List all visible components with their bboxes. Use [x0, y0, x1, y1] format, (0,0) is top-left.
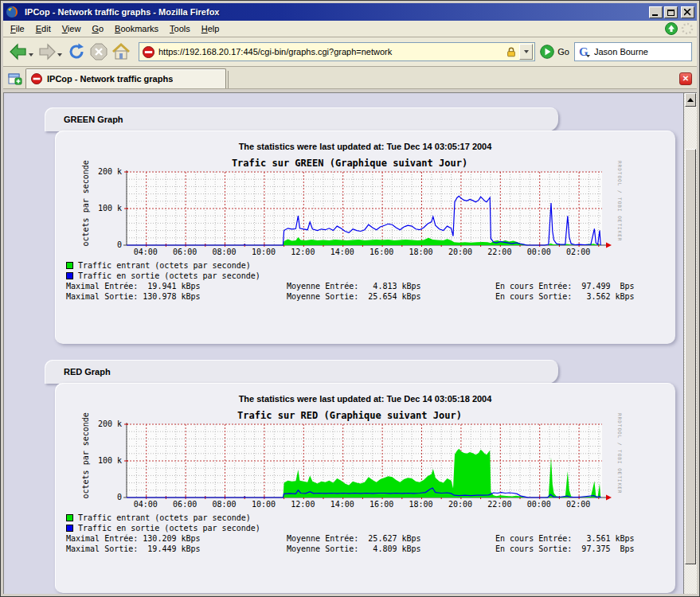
x-tick-label: 10:00	[252, 500, 276, 509]
x-tick-label: 22:00	[487, 500, 511, 509]
x-tick-label: 06:00	[173, 248, 197, 256]
red-graph-title: Trafic sur RED (Graphique suivant Jour)	[79, 410, 620, 421]
stat-encours-entree: En cours Entrée: 3.561 kBps	[495, 534, 635, 544]
x-tick-label: 16:00	[370, 500, 393, 509]
menu-bar: File Edit View Go Bookmarks Tools Help	[3, 21, 697, 37]
x-tick-label: 00:00	[527, 500, 551, 509]
vertical-scrollbar[interactable]	[683, 93, 697, 594]
minimize-button[interactable]	[649, 6, 663, 18]
tab-bar: IPCop - Network traffic graphs ✕	[3, 67, 697, 89]
legend-label: Traffic entrant (octets par seconde)	[78, 513, 251, 522]
go-button[interactable]: Go	[540, 45, 569, 59]
x-tick-label: 14:00	[330, 248, 354, 256]
x-tick-label: 14:00	[330, 500, 354, 509]
minimize-icon	[652, 9, 659, 16]
x-tick-label: 12:00	[291, 248, 315, 256]
stat-moyenne-entree: Moyenne Entrée: 25.627 kBps	[287, 534, 495, 544]
y-tick-label: 0	[117, 493, 122, 501]
reload-button[interactable]	[65, 41, 88, 63]
x-tick-label: 16:00	[370, 248, 393, 256]
green-y-ticks: 0100 k200 k	[92, 172, 127, 245]
x-tick-label: 00:00	[527, 248, 551, 256]
red-panel-body: The statistics were last updated at: Tue…	[55, 383, 675, 593]
menu-view[interactable]: View	[57, 21, 87, 36]
x-tick-label: 10:00	[252, 248, 276, 256]
red-graph-image: Trafic sur RED (Graphique suivant Jour) …	[79, 410, 675, 509]
url-text[interactable]: https://192.168.20.17:445/cgi-bin/graphs…	[158, 47, 506, 57]
back-dropdown[interactable]	[29, 53, 33, 57]
update-notification-icon[interactable]	[665, 22, 678, 35]
x-tick-label: 08:00	[213, 248, 237, 256]
y-tick-label: 100 k	[98, 456, 122, 465]
tab-label: IPCop - Network traffic graphs	[47, 74, 173, 84]
stat-encours-sortie: En cours Sortie: 97.375 Bps	[495, 544, 635, 555]
search-input[interactable]: Jason Bourne	[594, 47, 648, 57]
maximize-button[interactable]	[664, 6, 678, 18]
menu-tools[interactable]: Tools	[164, 21, 196, 36]
red-x-ticks: 04:0006:0008:0010:0012:0014:0016:0018:00…	[127, 498, 614, 509]
url-dropdown[interactable]	[519, 44, 533, 60]
x-tick-label: 02:00	[566, 500, 590, 509]
new-tab-button[interactable]	[5, 69, 25, 88]
legend-swatch-green	[66, 514, 73, 521]
site-favicon	[143, 46, 154, 58]
menu-edit[interactable]: Edit	[30, 21, 57, 36]
green-graph-image: Trafic sur GREEN (Graphique suivant Jour…	[79, 158, 675, 257]
menu-go[interactable]: Go	[86, 21, 109, 36]
legend-item-sortie: Traffic en sortie (octets par seconde)	[66, 271, 675, 281]
forward-dropdown[interactable]	[57, 53, 62, 57]
back-button[interactable]	[8, 41, 37, 63]
legend-swatch-blue	[66, 525, 73, 532]
search-box[interactable]: G Jason Bourne	[574, 42, 692, 61]
red-panel-title: RED Graph	[64, 367, 111, 377]
menu-file[interactable]: File	[5, 21, 30, 36]
red-y-ticks: 0100 k200 k	[92, 424, 127, 498]
x-tick-label: 04:00	[134, 500, 158, 509]
green-graph-title: Trafic sur GREEN (Graphique suivant Jour…	[79, 158, 620, 169]
x-tick-label: 20:00	[448, 248, 472, 256]
address-bar[interactable]: https://192.168.20.17:445/cgi-bin/graphs…	[139, 42, 535, 61]
stop-button[interactable]	[88, 41, 110, 63]
legend-item-sortie: Traffic en sortie (octets par seconde)	[66, 523, 675, 533]
stat-moyenne-sortie: Moyenne Sortie: 4.809 kBps	[287, 544, 495, 555]
close-button[interactable]	[681, 6, 694, 18]
legend-label: Traffic en sortie (octets par seconde)	[78, 271, 260, 280]
red-legend: Traffic entrant (octets par seconde) Tra…	[66, 513, 675, 533]
tab-ipcop[interactable]: IPCop - Network traffic graphs	[25, 68, 226, 88]
red-stats: Maximal Entrée: 130.209 kBps Moyenne Ent…	[66, 534, 675, 555]
stat-moyenne-sortie: Moyenne Sortie: 25.654 kBps	[287, 292, 495, 302]
home-button[interactable]	[110, 41, 132, 63]
rrdtool-watermark: RRDTOOL / TOBI OETIKER	[614, 172, 625, 245]
menu-help[interactable]: Help	[196, 21, 225, 36]
google-icon[interactable]: G	[578, 45, 591, 58]
green-panel-header: GREEN Graph	[45, 107, 558, 131]
green-stats: Maximal Entrée: 19.941 kBps Moyenne Entr…	[66, 282, 675, 302]
green-legend: Traffic entrant (octets par seconde) Tra…	[66, 260, 675, 281]
x-tick-label: 22:00	[487, 248, 511, 256]
stat-encours-sortie: En cours Sortie: 3.562 kBps	[495, 292, 635, 302]
x-tick-label: 18:00	[409, 248, 433, 256]
maximize-icon	[667, 9, 675, 16]
scrollbar-thumb[interactable]	[685, 149, 696, 564]
green-panel-body: The statistics were last updated at: Tue…	[55, 131, 675, 344]
red-y-axis-label: octets par seconde	[79, 424, 92, 498]
forward-button[interactable]	[37, 41, 65, 63]
scrollbar-up-button[interactable]	[685, 93, 696, 107]
x-tick-label: 12:00	[291, 500, 315, 509]
secure-lock-icon	[506, 46, 517, 58]
rrdtool-watermark: RRDTOOL / TOBI OETIKER	[614, 424, 625, 498]
firefox-icon	[6, 6, 18, 18]
x-tick-label: 20:00	[448, 500, 472, 509]
tab-favicon	[31, 73, 42, 84]
forward-arrow-icon	[37, 42, 57, 61]
close-tab-button[interactable]: ✕	[679, 72, 692, 85]
throbber-icon	[681, 22, 694, 35]
red-panel-header: RED Graph	[45, 360, 558, 384]
menu-bookmarks[interactable]: Bookmarks	[109, 21, 164, 36]
green-x-ticks: 04:0006:0008:0010:0012:0014:0016:0018:00…	[127, 245, 614, 257]
x-tick-label: 06:00	[173, 500, 197, 509]
green-plot-area	[127, 172, 614, 245]
ipcop-page: GREEN Graph The statistics were last upd…	[4, 93, 683, 594]
green-panel-title: GREEN Graph	[64, 115, 123, 124]
red-updated-text: The statistics were last updated at: Tue…	[55, 383, 675, 404]
